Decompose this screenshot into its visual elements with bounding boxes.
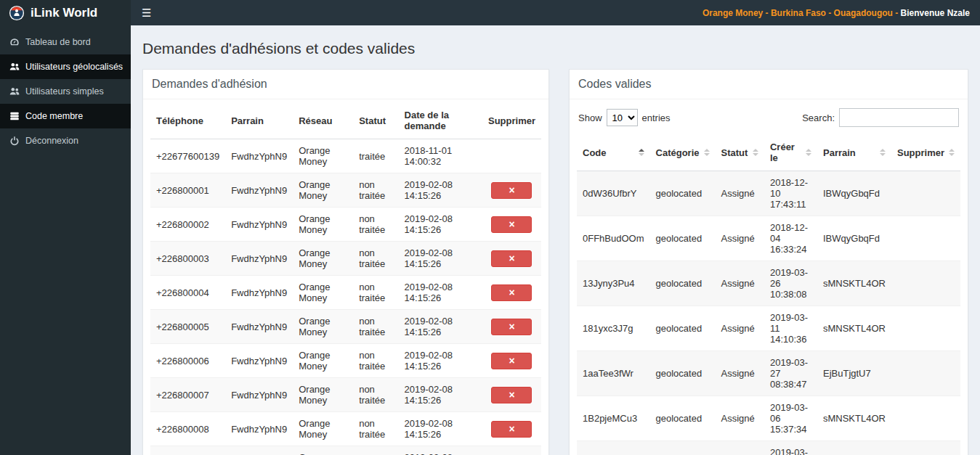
- sidebar-item-label: Code membre: [25, 111, 83, 121]
- parrain-cell: sMNSKTL4OR: [817, 306, 891, 351]
- delete-request-button[interactable]: ×: [491, 182, 532, 199]
- topbar: iLink World ☰ Orange Money - Burkina Fas…: [0, 0, 980, 25]
- reseau-cell: Orange Money: [293, 208, 353, 242]
- supprimer-cell: ×: [482, 412, 541, 446]
- delete-request-button[interactable]: ×: [491, 319, 532, 335]
- statut-cell: Assigné: [716, 216, 764, 261]
- reseau-cell: Orange Money: [293, 173, 353, 208]
- code-cell: 0dW36UfbrY: [577, 171, 650, 216]
- menu-toggle-button[interactable]: ☰: [131, 0, 162, 25]
- request-row: +226800004FwdhzYphN9Orange Moneynon trai…: [150, 276, 541, 310]
- statut-cell: Assigné: [716, 306, 764, 351]
- sidebar-item-utilisateurs-geolocalises[interactable]: Utilisateurs géolocalisés: [0, 54, 131, 79]
- hamburger-icon: ☰: [142, 7, 151, 20]
- code-cell: 1b4RkyC8Yu: [577, 441, 650, 455]
- sort-icon: [880, 149, 886, 156]
- search-label: Search:: [802, 112, 835, 123]
- sidebar-item-deconnexion[interactable]: Déconnexion: [0, 128, 131, 153]
- code-row: 181yxc3J7ggeolocatedAssigné2019-03-11 14…: [577, 306, 960, 351]
- categorie-cell: geolocated: [650, 216, 716, 261]
- telephone-cell: +226800004: [150, 276, 225, 310]
- delete-request-button[interactable]: ×: [491, 250, 532, 267]
- sidebar-item-label: Utilisateurs simples: [25, 86, 104, 97]
- sidebar-item-utilisateurs-simples[interactable]: Utilisateurs simples: [0, 79, 131, 104]
- request-row: +226800007FwdhzYphN9Orange Moneynon trai…: [150, 378, 541, 412]
- parrain-cell: FwdhzYphN9: [225, 344, 293, 378]
- shell: Tableau de bordUtilisateurs géolocalisés…: [0, 25, 980, 455]
- supprimer-cell: ×: [482, 276, 541, 310]
- statut-cell: Assigné: [716, 441, 764, 455]
- code-cell: 1aaTee3fWr: [577, 351, 650, 396]
- reseau-cell: Orange Money: [293, 446, 353, 455]
- delete-request-button[interactable]: ×: [491, 421, 532, 438]
- codes-column-header[interactable]: Code: [577, 134, 650, 171]
- requests-column-header: Supprimer: [482, 102, 541, 139]
- codes-column-header[interactable]: Statut: [716, 134, 764, 171]
- codes-column-header[interactable]: Catégorie: [650, 134, 716, 171]
- delete-request-button[interactable]: ×: [491, 284, 532, 301]
- code-cell: 181yxc3J7g: [577, 306, 650, 351]
- users-icon: [9, 62, 20, 72]
- supprimer-cell: [891, 171, 960, 216]
- requests-column-header: Réseau: [293, 102, 353, 139]
- separator-text: -: [893, 8, 901, 18]
- delete-request-button[interactable]: ×: [491, 216, 532, 233]
- column-label: Statut: [721, 147, 748, 158]
- sort-icon: [753, 149, 758, 156]
- codes-panel-body: Show 10 entries Search: CodeCatégorieSta…: [570, 99, 968, 455]
- creer-le-cell: 2019-03-11 14:10:36: [764, 306, 817, 351]
- codes-panel: Codes valides Show 10 entries Search:: [569, 69, 968, 455]
- telephone-cell: +226800005: [150, 310, 225, 344]
- users-icon: [9, 86, 20, 97]
- codes-column-header[interactable]: Parrain: [817, 134, 891, 171]
- categorie-cell: geolocated: [650, 441, 716, 455]
- sidebar-item-tableau-de-bord[interactable]: Tableau de bord: [0, 30, 131, 54]
- code-row: 0FFhBudOOmgeolocatedAssigné2018-12-04 16…: [577, 216, 960, 261]
- statut-cell: non traitée: [353, 446, 398, 455]
- categorie-cell: geolocated: [650, 261, 716, 306]
- delete-request-button[interactable]: ×: [491, 353, 532, 369]
- creer-le-cell: 2019-03-27 08:38:47: [764, 351, 817, 396]
- telephone-cell: +22677600139: [150, 139, 225, 173]
- brand[interactable]: iLink World: [0, 0, 131, 25]
- statut-cell: Assigné: [716, 396, 764, 441]
- supprimer-cell: ×: [482, 173, 541, 208]
- brand-title: iLink World: [31, 6, 97, 20]
- creer-le-cell: 2018-12-10 17:43:11: [764, 171, 817, 216]
- codes-column-header[interactable]: Créer le: [764, 134, 817, 171]
- codes-header-row: CodeCatégorieStatutCréer leParrainSuppri…: [577, 134, 960, 171]
- request-row: +226800003FwdhzYphN9Orange Moneynon trai…: [150, 242, 541, 276]
- parrain-cell: FwdhzYphN9: [225, 310, 293, 344]
- delete-request-button[interactable]: ×: [491, 387, 532, 403]
- table-controls: Show 10 entries Search:: [577, 102, 960, 134]
- telephone-cell: +226800003: [150, 242, 225, 276]
- code-cell: 13Jyny3Pu4: [577, 261, 650, 306]
- database-icon: [9, 111, 20, 121]
- codes-panel-title: Codes valides: [570, 70, 968, 99]
- supprimer-cell: ×: [482, 446, 541, 455]
- parrain-cell: FwdhzYphN9: [225, 446, 293, 455]
- sidebar-item-code-membre[interactable]: Code membre: [0, 104, 131, 128]
- sidebar-menu: Tableau de bordUtilisateurs géolocalisés…: [0, 30, 131, 153]
- request-row: +226800001FwdhzYphN9Orange Moneynon trai…: [150, 173, 541, 208]
- reseau-cell: Orange Money: [293, 378, 353, 412]
- statut-cell: non traitée: [353, 208, 398, 242]
- code-row: 1B2pjeMCu3geolocatedAssigné2019-03-06 15…: [577, 396, 960, 441]
- app: iLink World ☰ Orange Money - Burkina Fas…: [0, 0, 980, 455]
- sort-icon: [949, 149, 955, 156]
- supprimer-cell: [891, 306, 960, 351]
- date-cell: 2019-02-08 14:15:26: [399, 412, 482, 446]
- date-cell: 2019-02-08 14:15:26: [399, 242, 482, 276]
- parrain-cell: FwdhzYphN9: [225, 378, 293, 412]
- supprimer-cell: [891, 351, 960, 396]
- search-input[interactable]: [839, 108, 959, 127]
- statut-cell: non traitée: [353, 173, 398, 208]
- x-icon: ×: [509, 287, 514, 298]
- entries-label: entries: [642, 112, 671, 123]
- requests-column-header: Parrain: [225, 102, 293, 139]
- sidebar-item-label: Tableau de bord: [25, 37, 91, 47]
- page-length-select[interactable]: 10: [607, 109, 638, 126]
- page-title: Demandes d'adhésions et codes valides: [142, 40, 968, 57]
- creer-le-cell: 2019-03-26 10:38:08: [764, 261, 817, 306]
- codes-column-header[interactable]: Supprimer: [891, 134, 960, 171]
